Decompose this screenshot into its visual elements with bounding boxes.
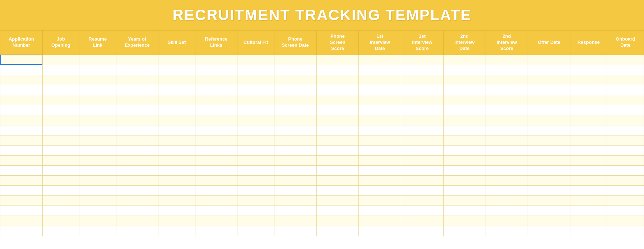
table-cell[interactable]: [486, 155, 528, 165]
table-cell[interactable]: [486, 206, 528, 216]
table-cell[interactable]: [401, 125, 444, 135]
table-cell[interactable]: [486, 55, 528, 65]
table-cell[interactable]: [570, 155, 607, 165]
table-cell[interactable]: [0, 165, 43, 175]
table-cell[interactable]: [359, 155, 401, 165]
table-cell[interactable]: [237, 195, 274, 206]
table-cell[interactable]: [607, 95, 644, 105]
table-cell[interactable]: [0, 125, 43, 135]
table-cell[interactable]: [401, 155, 444, 165]
table-cell[interactable]: [607, 175, 644, 185]
table-cell[interactable]: [316, 85, 359, 95]
table-cell[interactable]: [570, 75, 607, 85]
table-cell[interactable]: [486, 95, 528, 105]
table-cell[interactable]: [158, 155, 195, 165]
table-cell[interactable]: [195, 216, 237, 226]
table-cell[interactable]: [237, 75, 274, 85]
table-cell[interactable]: [0, 216, 43, 226]
table-cell[interactable]: [158, 125, 195, 135]
table-cell[interactable]: [42, 95, 79, 105]
table-cell[interactable]: [607, 165, 644, 175]
table-cell[interactable]: [570, 125, 607, 135]
table-cell[interactable]: [359, 185, 401, 195]
table-cell[interactable]: [528, 226, 570, 236]
table-cell[interactable]: [528, 145, 570, 155]
table-cell[interactable]: [401, 95, 444, 105]
table-cell[interactable]: [443, 95, 486, 105]
table-cell[interactable]: [401, 65, 444, 75]
table-cell[interactable]: [570, 65, 607, 75]
table-cell[interactable]: [42, 105, 79, 115]
table-cell[interactable]: [79, 185, 116, 195]
table-cell[interactable]: [116, 185, 158, 195]
table-cell[interactable]: [359, 125, 401, 135]
table-cell[interactable]: [570, 115, 607, 125]
table-cell[interactable]: [528, 75, 570, 85]
table-cell[interactable]: [116, 165, 158, 175]
table-cell[interactable]: [195, 95, 237, 105]
table-cell[interactable]: [274, 155, 316, 165]
table-cell[interactable]: [116, 105, 158, 115]
table-cell[interactable]: [316, 216, 359, 226]
table-cell[interactable]: [401, 185, 444, 195]
table-cell[interactable]: [237, 125, 274, 135]
table-cell[interactable]: [0, 55, 43, 65]
table-cell[interactable]: [79, 226, 116, 236]
table-cell[interactable]: [0, 75, 43, 85]
table-cell[interactable]: [42, 195, 79, 206]
table-cell[interactable]: [486, 145, 528, 155]
table-cell[interactable]: [237, 115, 274, 125]
table-cell[interactable]: [116, 55, 158, 65]
table-cell[interactable]: [116, 75, 158, 85]
table-cell[interactable]: [0, 145, 43, 155]
table-cell[interactable]: [158, 195, 195, 206]
table-cell[interactable]: [316, 95, 359, 105]
table-cell[interactable]: [528, 85, 570, 95]
table-cell[interactable]: [528, 125, 570, 135]
table-cell[interactable]: [359, 165, 401, 175]
table-cell[interactable]: [79, 75, 116, 85]
table-cell[interactable]: [486, 75, 528, 85]
table-cell[interactable]: [158, 115, 195, 125]
table-cell[interactable]: [274, 185, 316, 195]
table-cell[interactable]: [79, 65, 116, 75]
table-cell[interactable]: [195, 135, 237, 145]
table-cell[interactable]: [570, 226, 607, 236]
table-cell[interactable]: [195, 185, 237, 195]
table-cell[interactable]: [486, 175, 528, 185]
table-cell[interactable]: [237, 185, 274, 195]
table-cell[interactable]: [486, 226, 528, 236]
table-cell[interactable]: [316, 135, 359, 145]
table-cell[interactable]: [0, 155, 43, 165]
table-cell[interactable]: [607, 145, 644, 155]
table-cell[interactable]: [274, 65, 316, 75]
table-cell[interactable]: [443, 145, 486, 155]
table-cell[interactable]: [42, 65, 79, 75]
table-cell[interactable]: [486, 85, 528, 95]
table-cell[interactable]: [443, 165, 486, 175]
table-cell[interactable]: [316, 165, 359, 175]
table-cell[interactable]: [570, 85, 607, 95]
table-cell[interactable]: [79, 105, 116, 115]
table-cell[interactable]: [607, 155, 644, 165]
table-cell[interactable]: [116, 145, 158, 155]
table-cell[interactable]: [42, 226, 79, 236]
table-cell[interactable]: [359, 135, 401, 145]
table-cell[interactable]: [195, 155, 237, 165]
table-cell[interactable]: [528, 155, 570, 165]
table-cell[interactable]: [486, 216, 528, 226]
table-cell[interactable]: [443, 185, 486, 195]
table-cell[interactable]: [158, 65, 195, 75]
table-cell[interactable]: [42, 216, 79, 226]
table-cell[interactable]: [316, 105, 359, 115]
table-cell[interactable]: [116, 85, 158, 95]
table-cell[interactable]: [0, 226, 43, 236]
table-cell[interactable]: [79, 165, 116, 175]
table-cell[interactable]: [443, 105, 486, 115]
table-cell[interactable]: [316, 125, 359, 135]
table-cell[interactable]: [443, 226, 486, 236]
table-cell[interactable]: [42, 85, 79, 95]
table-cell[interactable]: [158, 185, 195, 195]
table-cell[interactable]: [443, 155, 486, 165]
table-cell[interactable]: [401, 206, 444, 216]
